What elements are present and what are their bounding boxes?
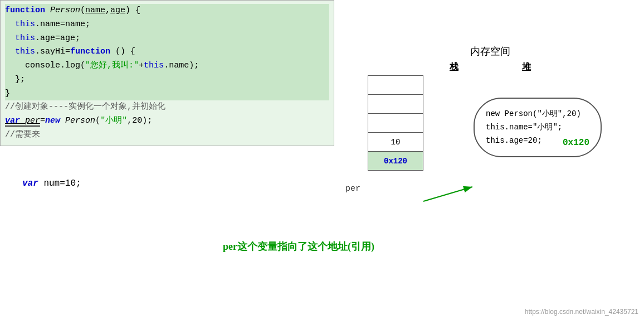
code-line-10: //需要来 [5,128,329,142]
code-line-8: //创建对象----实例化一个对象,并初始化 [5,100,329,114]
code-panel: function Person(name,age) { this.name=na… [0,0,334,146]
stack-heap-labels: 栈 堆 [418,61,563,73]
bottom-section: var num=10; [22,178,81,188]
stack-cell-2 [368,95,423,114]
watermark: https://blog.csdn.net/waixin_42435721 [525,308,638,316]
mem-title: 内存空间 [345,45,635,58]
stack-cell-1 [368,76,423,95]
stack-cell-num: 10 [368,133,423,152]
table-row: 0x120 [368,152,423,171]
diagram-panel: 内存空间 栈 堆 10 [345,45,635,220]
stack-table: 10 0x120 [368,75,423,171]
table-row [368,114,423,133]
diagram-container: 10 0x120 per new Person("小明",20) this.na… [345,75,635,220]
code-line-9: var per=new Person("小明",20); [5,114,329,128]
heap-address: 0x120 [563,136,589,151]
code-line-2: this.name=name; [5,18,329,32]
heap-line-1: new Person("小明",20) [486,108,589,121]
table-row: 10 [368,133,423,152]
code-line-5: console.log("您好,我叫:"+this.name); [5,59,329,73]
code-line-7: } [5,87,329,101]
per-label: per [345,184,360,194]
var-code-line: var num=10; [22,178,81,188]
stack-cell-3 [368,114,423,133]
heap-line-2: this.name="小明"; [486,121,589,134]
heap-box: new Person("小明",20) this.name="小明"; this… [474,98,602,157]
code-line-3: this.age=age; [5,32,329,46]
stack-cell-addr: 0x120 [368,152,423,171]
code-line-4: this.sayHi=function () { [5,45,329,59]
svg-line-1 [423,187,472,201]
stack-label: 栈 [450,61,458,73]
code-line-1: function Person(name,age) { [5,4,329,18]
table-row [368,95,423,114]
heap-label: 堆 [522,61,531,73]
table-row [368,76,423,95]
code-line-6: }; [5,73,329,87]
stack-column: 10 0x120 [368,75,423,171]
heap-column: new Person("小明",20) this.name="小明"; this… [474,98,602,157]
caption: per这个变量指向了这个地址(引用) [223,240,374,253]
